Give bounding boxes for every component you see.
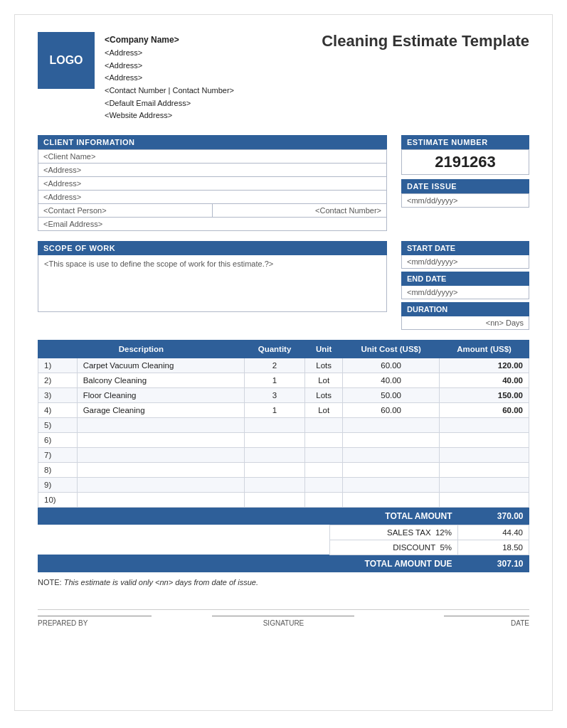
row-num: 5) <box>38 417 78 432</box>
row-num: 3) <box>38 387 78 402</box>
row-unit: Lots <box>305 387 343 402</box>
table-row: <Contact Person> <Contact Number> <box>38 203 387 217</box>
discount-label: DISCOUNT 5% <box>330 540 458 555</box>
header-right: Cleaning Estimate Template <box>322 32 529 50</box>
client-section-header: CLIENT INFORMATION <box>38 135 387 149</box>
row-unit <box>305 477 343 492</box>
document-page: LOGO <Company Name> <Address> <Address> … <box>14 14 553 711</box>
discount-value: 18.50 <box>458 540 529 555</box>
row-unit <box>305 492 343 507</box>
col-quantity: Quantity <box>244 340 304 358</box>
row-amount: 120.00 <box>440 358 529 373</box>
row-qty <box>244 417 304 432</box>
row-num: 1) <box>38 358 78 373</box>
duration-value: <nn> Days <box>401 316 529 330</box>
row-unit: Lots <box>305 358 343 373</box>
row-cost <box>343 417 440 432</box>
row-desc: Garage Cleaning <box>77 402 244 417</box>
row-num: 7) <box>38 447 78 462</box>
end-date-value: <mm/dd/yyyy> <box>401 286 529 299</box>
company-name: <Company Name> <box>105 33 234 47</box>
col-unit: Unit <box>305 340 343 358</box>
row-num: 4) <box>38 402 78 417</box>
row-num: 10) <box>38 492 78 507</box>
prepared-by: PREPARED BY <box>38 616 201 627</box>
table-row: <Client Name> <box>38 149 387 163</box>
client-addr2: <Address> <box>38 176 387 190</box>
row-num: 2) <box>38 373 78 387</box>
table-row: 9) <box>38 477 529 492</box>
sales-tax-row: SALES TAX 12% 44.40 <box>38 525 529 540</box>
row-amount: 40.00 <box>440 373 529 387</box>
signature-row: PREPARED BY SIGNATURE DATE <box>38 609 529 627</box>
row-desc: Balcony Cleaning <box>77 373 244 387</box>
company-email: <Default Email Address> <box>105 97 234 110</box>
total-amount-value: 370.00 <box>458 508 529 525</box>
info-row: CLIENT INFORMATION <Client Name> <Addres… <box>38 135 529 231</box>
estimate-number-value: 2191263 <box>401 149 529 175</box>
table-row: <Address> <box>38 190 387 203</box>
company-contact: <Contact Number | Contact Number> <box>105 85 234 97</box>
row-qty <box>244 432 304 447</box>
row-amount <box>440 447 529 462</box>
client-addr1: <Address> <box>38 163 387 176</box>
row-cost <box>343 447 440 462</box>
row-amount <box>440 417 529 432</box>
company-website: <Website Address> <box>105 109 234 122</box>
total-amount-label: TOTAL AMOUNT <box>330 508 458 525</box>
row-unit <box>305 432 343 447</box>
discount-row: DISCOUNT 5% 18.50 <box>38 540 529 555</box>
note-text: This estimate is valid only <nn> days fr… <box>64 578 258 587</box>
client-table: <Client Name> <Address> <Address> <Addre… <box>38 149 387 231</box>
company-info: <Company Name> <Address> <Address> <Addr… <box>105 32 234 122</box>
row-cost <box>343 462 440 477</box>
company-addr1: <Address> <box>105 47 234 60</box>
scope-header: SCOPE OF WORK <box>38 241 387 255</box>
row-num: 9) <box>38 477 78 492</box>
estimate-number-header: ESTIMATE NUMBER <box>401 135 529 149</box>
row-cost <box>343 432 440 447</box>
row-cost: 50.00 <box>343 387 440 402</box>
scope-content: <This space is use to define the scope o… <box>38 255 387 312</box>
table-row: 5) <box>38 417 529 432</box>
total-due-label: TOTAL AMOUNT DUE <box>330 555 458 572</box>
totals-table: TOTAL AMOUNT 370.00 SALES TAX 12% 44.40 … <box>38 508 529 572</box>
logo: LOGO <box>38 32 95 89</box>
company-addr2: <Address> <box>105 60 234 73</box>
row-cost: 40.00 <box>343 373 440 387</box>
sig-date: DATE <box>366 616 529 627</box>
row-qty: 2 <box>244 358 304 373</box>
table-row: <Address> <box>38 163 387 176</box>
table-row: <Email Address> <box>38 217 387 230</box>
row-cost <box>343 492 440 507</box>
client-addr3: <Address> <box>38 190 387 203</box>
row-qty: 1 <box>244 402 304 417</box>
header: LOGO <Company Name> <Address> <Address> … <box>38 32 529 122</box>
row-num: 8) <box>38 462 78 477</box>
row-unit: Lot <box>305 402 343 417</box>
doc-title: Cleaning Estimate Template <box>322 32 529 50</box>
total-amount-row: TOTAL AMOUNT 370.00 <box>38 508 529 525</box>
right-section: ESTIMATE NUMBER 2191263 DATE ISSUE <mm/d… <box>401 135 529 231</box>
sales-tax-label: SALES TAX 12% <box>330 525 458 540</box>
col-amount: Amount (US$) <box>440 340 529 358</box>
table-row: <Address> <box>38 176 387 190</box>
row-amount: 60.00 <box>440 402 529 417</box>
table-row: 3) Floor Cleaning 3 Lots 50.00 150.00 <box>38 387 529 402</box>
row-amount <box>440 432 529 447</box>
duration-header: DURATION <box>401 302 529 316</box>
row-amount <box>440 477 529 492</box>
company-addr3: <Address> <box>105 72 234 85</box>
row-unit <box>305 447 343 462</box>
signature: SIGNATURE <box>201 616 365 627</box>
table-row: 2) Balcony Cleaning 1 Lot 40.00 40.00 <box>38 373 529 387</box>
client-section: CLIENT INFORMATION <Client Name> <Addres… <box>38 135 387 231</box>
row-desc: Carpet Vacuum Cleaning <box>77 358 244 373</box>
row-unit <box>305 417 343 432</box>
row-qty: 3 <box>244 387 304 402</box>
table-row: 8) <box>38 462 529 477</box>
row-desc <box>77 477 244 492</box>
row-amount <box>440 462 529 477</box>
row-cost: 60.00 <box>343 358 440 373</box>
col-description: Description <box>38 340 245 358</box>
